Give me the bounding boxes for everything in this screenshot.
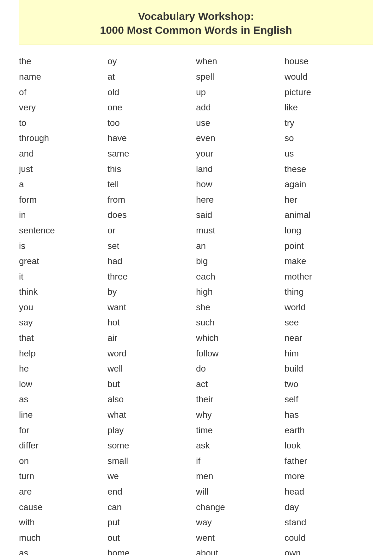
list-item: word — [107, 346, 196, 361]
list-item: do — [196, 361, 285, 377]
list-item: long — [285, 223, 373, 238]
list-item: it — [19, 269, 107, 285]
list-item: this — [107, 162, 196, 177]
list-item: tell — [107, 177, 196, 192]
list-item: could — [285, 530, 373, 546]
list-item: as — [19, 392, 107, 407]
list-item: think — [19, 284, 107, 300]
list-item: very — [19, 100, 107, 115]
list-item: say — [19, 315, 107, 330]
list-item: ask — [196, 438, 285, 453]
list-item: for — [19, 423, 107, 438]
list-item: their — [196, 392, 285, 407]
list-item: way — [196, 515, 285, 530]
list-item: day — [285, 500, 373, 515]
list-item: three — [107, 269, 196, 285]
list-item: are — [19, 484, 107, 500]
list-item: to — [19, 115, 107, 131]
list-item: we — [107, 469, 196, 484]
list-item: line — [19, 407, 107, 423]
list-item: build — [285, 361, 373, 377]
list-item: add — [196, 100, 285, 115]
list-item: have — [107, 131, 196, 146]
list-item: on — [19, 453, 107, 469]
list-item: two — [285, 377, 373, 392]
header-line2: 1000 Most Common Words in English — [100, 24, 292, 36]
list-item: even — [196, 131, 285, 146]
list-item: him — [285, 346, 373, 361]
column-4: housewouldpictureliketrysoustheseagainhe… — [285, 54, 373, 555]
list-item: turn — [19, 469, 107, 484]
list-item: how — [196, 177, 285, 192]
list-item: small — [107, 453, 196, 469]
list-item: well — [107, 361, 196, 377]
list-item: as — [19, 546, 107, 555]
list-item: through — [19, 131, 107, 146]
list-item: picture — [285, 85, 373, 100]
list-item: act — [196, 377, 285, 392]
list-item: near — [285, 330, 373, 346]
list-item: great — [19, 254, 107, 269]
word-grid: thenameofverytothroughandjustaforminsent… — [19, 54, 373, 555]
list-item: hot — [107, 315, 196, 330]
list-item: men — [196, 469, 285, 484]
list-item: when — [196, 54, 285, 69]
list-item: your — [196, 146, 285, 162]
list-item: follow — [196, 346, 285, 361]
list-item: sentence — [19, 223, 107, 238]
list-item: the — [19, 54, 107, 69]
list-item: but — [107, 377, 196, 392]
list-item: again — [285, 177, 373, 192]
list-item: use — [196, 115, 285, 131]
list-item: will — [196, 484, 285, 500]
list-item: oy — [107, 54, 196, 69]
list-item: look — [285, 438, 373, 453]
list-item: here — [196, 192, 285, 208]
list-item: from — [107, 192, 196, 208]
list-item: up — [196, 85, 285, 100]
header-line1: Vocabulary Workshop: — [138, 10, 254, 22]
list-item: at — [107, 69, 196, 85]
list-item: about — [196, 546, 285, 555]
list-item: can — [107, 500, 196, 515]
list-item: which — [196, 330, 285, 346]
list-item: he — [19, 361, 107, 377]
list-item: name — [19, 69, 107, 85]
list-item: of — [19, 85, 107, 100]
list-item: father — [285, 453, 373, 469]
list-item: what — [107, 407, 196, 423]
list-item: why — [196, 407, 285, 423]
list-item: too — [107, 115, 196, 131]
list-item: same — [107, 146, 196, 162]
list-item: low — [19, 377, 107, 392]
list-item: self — [285, 392, 373, 407]
list-item: want — [107, 300, 196, 315]
list-item: these — [285, 162, 373, 177]
list-item: time — [196, 423, 285, 438]
list-item: had — [107, 254, 196, 269]
list-item: us — [285, 146, 373, 162]
list-item: change — [196, 500, 285, 515]
list-item: so — [285, 131, 373, 146]
list-item: is — [19, 238, 107, 254]
list-item: own — [285, 546, 373, 555]
list-item: make — [285, 254, 373, 269]
header-title: Vocabulary Workshop: 1000 Most Common Wo… — [26, 9, 366, 37]
list-item: land — [196, 162, 285, 177]
list-item: if — [196, 453, 285, 469]
list-item: each — [196, 269, 285, 285]
list-item: or — [107, 223, 196, 238]
list-item: cause — [19, 500, 107, 515]
list-item: she — [196, 300, 285, 315]
list-item: try — [285, 115, 373, 131]
list-item: earth — [285, 423, 373, 438]
list-item: must — [196, 223, 285, 238]
list-item: would — [285, 69, 373, 85]
column-2: oyatoldonetoohavesamethistellfromdoesors… — [107, 54, 196, 555]
list-item: stand — [285, 515, 373, 530]
list-item: does — [107, 207, 196, 223]
list-item: one — [107, 100, 196, 115]
list-item: set — [107, 238, 196, 254]
list-item: air — [107, 330, 196, 346]
list-item: head — [285, 484, 373, 500]
